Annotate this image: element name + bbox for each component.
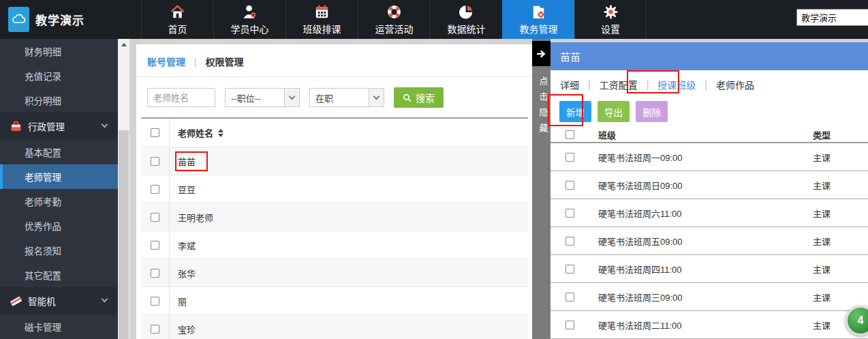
class-row[interactable]: 硬笔书法班周日09:00 主课	[551, 171, 868, 199]
sidebar-item-points-detail[interactable]: 积分明细	[0, 88, 118, 113]
row-checkbox[interactable]	[151, 157, 159, 166]
nav-item-label: 班级排课	[303, 22, 341, 35]
nav-item-home[interactable]: 首页	[141, 0, 213, 39]
sidebar-item-teacher-attendance[interactable]: 老师考勤	[0, 189, 118, 213]
teacher-name[interactable]: 李斌	[178, 239, 196, 252]
row-checkbox[interactable]	[151, 269, 159, 278]
tab-separator: |	[704, 79, 707, 90]
teacher-name[interactable]: 丽	[178, 295, 187, 308]
teacher-row[interactable]: 苗苗	[141, 147, 528, 175]
teacher-list-panel: 账号管理 | 权限管理 --职位-- 在职 搜索 老师姓名	[136, 44, 532, 339]
nav-item-label: 学员中心	[231, 22, 269, 35]
class-table: 班级 类型 硬笔书法班周一09:00 主课 硬笔书法班周日09:00 主课 硬笔…	[551, 128, 868, 339]
status-select[interactable]: 在职	[309, 88, 384, 107]
sidebar-group-label: 智能机	[28, 294, 56, 308]
teacher-name[interactable]: 宝珍	[178, 323, 196, 336]
sidebar: 财务明细 充值记录 积分明细 行政管理 基本配置 老师管理 老师考勤 优秀作品 …	[0, 39, 118, 339]
nav-item-operations[interactable]: 运营活动	[358, 0, 430, 39]
class-type: 主课	[809, 179, 868, 192]
sidebar-item-recharge-records[interactable]: 充值记录	[0, 63, 118, 88]
select-all-checkbox[interactable]	[151, 128, 159, 137]
teacher-name[interactable]: 苗苗	[178, 155, 196, 168]
collapse-strip: 点击隐藏	[532, 39, 551, 339]
collapse-strip-label[interactable]: 点击隐藏	[537, 76, 546, 139]
class-row[interactable]: 硬笔书法班周二11:00 主课	[551, 311, 868, 339]
sidebar-item-finance-detail[interactable]: 财务明细	[0, 39, 118, 63]
class-row[interactable]: 硬笔书法班周六11:00 主课	[551, 199, 868, 227]
row-checkbox[interactable]	[565, 237, 574, 246]
row-checkbox[interactable]	[151, 325, 159, 334]
row-checkbox[interactable]	[565, 153, 574, 162]
sidebar-item-basic-config[interactable]: 基本配置	[0, 140, 118, 164]
sidebar-item-teacher-management[interactable]: 老师管理	[0, 164, 118, 189]
class-row[interactable]: 硬笔书法班周三09:00 主课	[551, 283, 868, 311]
teacher-row[interactable]: 张华	[141, 259, 528, 287]
nav-item-class-scheduling[interactable]: 班级排课	[285, 0, 358, 39]
class-row[interactable]: 硬笔书法班周五09:00 主课	[551, 227, 868, 255]
sidebar-group-admin-management[interactable]: 行政管理	[0, 113, 118, 140]
tab-permission-management[interactable]: 权限管理	[205, 55, 243, 68]
sidebar-item-other-config[interactable]: 其它配置	[0, 263, 118, 287]
sidebar-item-magnetic-card[interactable]: 磁卡管理	[0, 314, 118, 339]
class-name: 硬笔书法班周五09:00	[589, 235, 809, 248]
tab-teacher-works[interactable]: 老师作品	[716, 78, 754, 91]
sidebar-item-excellent-works[interactable]: 优秀作品	[0, 213, 118, 238]
row-checkbox[interactable]	[565, 293, 574, 301]
class-row[interactable]: 硬笔书法班周四11:00 主课	[551, 255, 868, 283]
teacher-name-column-header[interactable]: 老师姓名	[178, 126, 213, 139]
teacher-row[interactable]: 豆豆	[141, 175, 528, 203]
sidebar-item-label: 老师管理	[25, 170, 61, 183]
add-button[interactable]: 新增	[559, 101, 591, 122]
sort-icon[interactable]	[218, 129, 223, 137]
row-checkbox[interactable]	[151, 297, 159, 306]
teacher-name[interactable]: 豆豆	[178, 183, 196, 196]
calendar-icon	[313, 3, 330, 20]
nav-item-label: 设置	[601, 22, 620, 35]
nav-item-student-center[interactable]: 学员中心	[213, 0, 285, 39]
sidebar-item-label: 磁卡管理	[25, 320, 61, 334]
class-row[interactable]: 硬笔书法班周一09:00 主课	[551, 143, 868, 171]
delete-button[interactable]: 删除	[636, 101, 668, 122]
row-checkbox[interactable]	[151, 213, 159, 222]
app-logo[interactable]	[8, 7, 29, 32]
scrollbar-thumb[interactable]	[119, 130, 129, 339]
tab-account-management[interactable]: 账号管理	[147, 55, 185, 68]
nav-item-academic-admin[interactable]: 教务管理	[502, 0, 574, 39]
main-nav: 首页 学员中心 班级排课	[141, 0, 647, 39]
row-checkbox[interactable]	[565, 321, 574, 329]
row-checkbox[interactable]	[565, 209, 574, 218]
search-button[interactable]: 搜索	[394, 87, 444, 108]
position-select[interactable]: --职位--	[225, 88, 300, 107]
row-checkbox[interactable]	[151, 241, 159, 250]
teacher-name[interactable]: 张华	[178, 267, 196, 280]
teacher-row[interactable]: 宝珍	[141, 315, 528, 339]
select-all-checkbox[interactable]	[565, 130, 574, 139]
search-icon	[403, 93, 412, 102]
row-checkbox[interactable]	[565, 265, 574, 274]
teacher-name[interactable]: 王明老师	[178, 211, 213, 224]
pie-chart-icon	[458, 3, 475, 20]
sidebar-item-label: 优秀作品	[25, 219, 61, 233]
nav-item-settings[interactable]: 设置	[574, 0, 647, 39]
tab-salary-config[interactable]: 工资配置	[600, 78, 638, 91]
nav-item-statistics[interactable]: 数据统计	[430, 0, 502, 39]
class-table-header: 班级 类型	[551, 128, 868, 143]
tab-teaching-classes[interactable]: 授课班级	[657, 78, 696, 91]
export-button[interactable]: 导出	[598, 101, 630, 122]
class-name: 硬笔书法班周三09:00	[589, 291, 809, 304]
row-checkbox[interactable]	[151, 185, 159, 194]
row-checkbox[interactable]	[565, 181, 574, 190]
gear-icon	[602, 3, 619, 20]
topbar-search-input[interactable]	[796, 9, 868, 26]
collapse-panel-button[interactable]	[532, 41, 551, 66]
teacher-row[interactable]: 丽	[141, 287, 528, 315]
teacher-row[interactable]: 王明老师	[141, 203, 528, 231]
tab-detail[interactable]: 详细	[560, 78, 579, 91]
teacher-row[interactable]: 李斌	[141, 231, 528, 259]
scrollbar-up-arrow[interactable]	[118, 39, 129, 50]
sidebar-group-smart-machine[interactable]: 智能机	[0, 287, 118, 314]
teacher-name-input[interactable]	[147, 88, 215, 107]
sidebar-scrollbar[interactable]	[118, 39, 129, 339]
chevron-down-icon	[102, 296, 108, 303]
sidebar-item-enrollment-notice[interactable]: 报名须知	[0, 238, 118, 263]
